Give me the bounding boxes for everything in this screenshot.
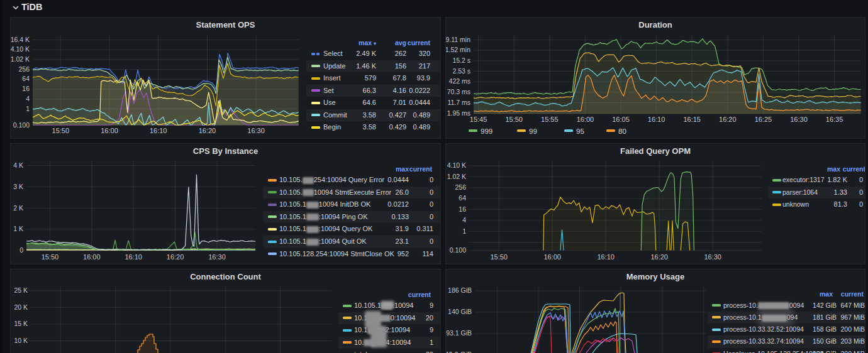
svg-text:999: 999: [481, 128, 492, 135]
svg-text:16:30: 16:30: [790, 116, 808, 123]
svg-text:11.7 ms: 11.7 ms: [447, 99, 470, 106]
svg-text:1: 1: [462, 227, 466, 235]
svg-text:1.52 min: 1.52 min: [446, 46, 470, 53]
svg-text:0.100: 0.100: [450, 246, 466, 254]
svg-text:95: 95: [576, 128, 584, 135]
svg-text:16:00: 16:00: [543, 253, 561, 261]
svg-text:16:15: 16:15: [683, 116, 701, 123]
svg-text:4: 4: [462, 216, 466, 224]
svg-text:16:30: 16:30: [704, 253, 721, 261]
svg-text:16:25: 16:25: [755, 116, 772, 123]
svg-text:15:50: 15:50: [505, 116, 523, 123]
svg-text:15:55: 15:55: [541, 116, 559, 123]
svg-text:16:00: 16:00: [577, 116, 594, 123]
svg-text:16:05: 16:05: [612, 116, 630, 123]
svg-text:15.2 s: 15.2 s: [452, 57, 470, 64]
svg-text:9.11 min: 9.11 min: [446, 36, 470, 43]
svg-text:16:35: 16:35: [826, 116, 843, 123]
svg-text:15:45: 15:45: [470, 116, 487, 123]
svg-text:70.3 ms: 70.3 ms: [447, 88, 470, 95]
svg-text:16:10: 16:10: [597, 253, 615, 261]
svg-text:16:20: 16:20: [650, 253, 668, 261]
svg-text:422 ms: 422 ms: [449, 77, 470, 85]
svg-text:2.53 s: 2.53 s: [452, 67, 470, 75]
svg-text:99: 99: [529, 128, 537, 135]
svg-text:16:10: 16:10: [648, 116, 665, 123]
svg-text:80: 80: [618, 128, 626, 135]
svg-text:1.95 ms: 1.95 ms: [447, 109, 470, 117]
svg-text:15:50: 15:50: [490, 253, 508, 261]
svg-text:16:20: 16:20: [719, 116, 737, 123]
